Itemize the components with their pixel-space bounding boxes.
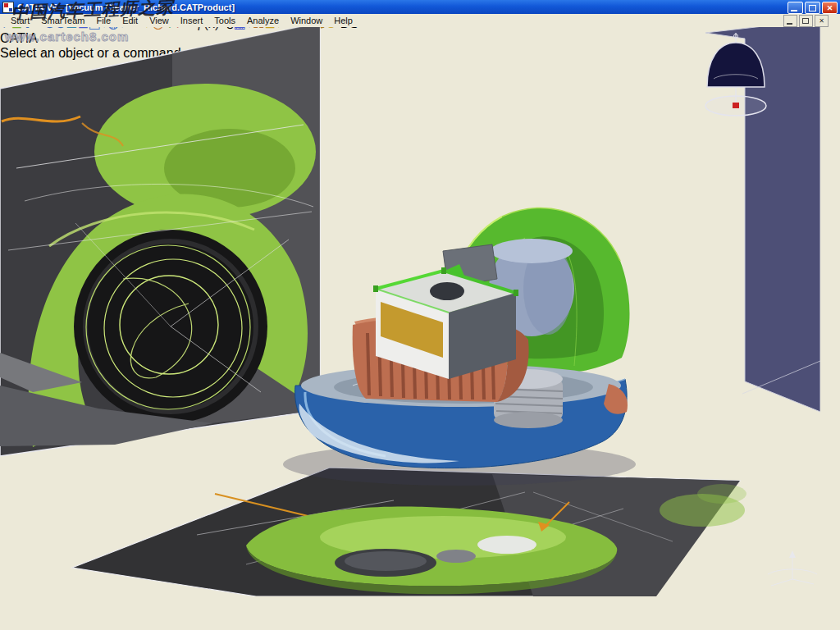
mdi-restore-button[interactable] [799,15,813,27]
window-title: CATIA V5 - [Vacuum Cleaner_Richard.CATPr… [17,2,235,12]
restore-button[interactable] [805,2,820,14]
mdi-close-button[interactable]: ✕ [815,15,829,27]
menu-item-start[interactable]: Start [5,16,35,25]
minimize-button[interactable] [788,2,803,14]
menu-item-window[interactable]: Window [285,16,328,25]
catia-window: CATIA V5 - [Vacuum Cleaner_Richard.CATPr… [0,0,840,630]
menu-item-tools[interactable]: Tools [208,16,241,25]
menu-item-file[interactable]: File [90,16,116,25]
menu-item-edit[interactable]: Edit [116,16,144,25]
menu-items: StartSmarTeamFileEditViewInsertToolsAnal… [5,16,358,25]
menu-item-view[interactable]: View [144,16,175,25]
title-bar[interactable]: CATIA V5 - [Vacuum Cleaner_Richard.CATPr… [0,0,840,14]
bottom-sketch-plane[interactable] [72,468,746,596]
axis-indicator [768,550,817,586]
left-sketch-plane[interactable] [0,27,320,456]
viewport-scene [0,27,820,596]
menu-item-insert[interactable]: Insert [175,16,209,25]
app-icon [2,2,14,13]
menu-item-smarteam[interactable]: SmarTeam [35,16,90,25]
mdi-minimize-button[interactable] [783,15,797,27]
menu-item-analyze[interactable]: Analyze [241,16,285,25]
close-button[interactable]: ✕ [822,2,838,14]
watermark-url: www.cartech8.com [5,30,129,43]
viewport[interactable]: www.cartech8.com Vacuum Cleaner+styling … [0,27,820,596]
menu-bar: StartSmarTeamFileEditViewInsertToolsAnal… [0,14,840,27]
vacuum-3d-model[interactable] [283,208,636,486]
menu-item-help[interactable]: Help [328,16,358,25]
